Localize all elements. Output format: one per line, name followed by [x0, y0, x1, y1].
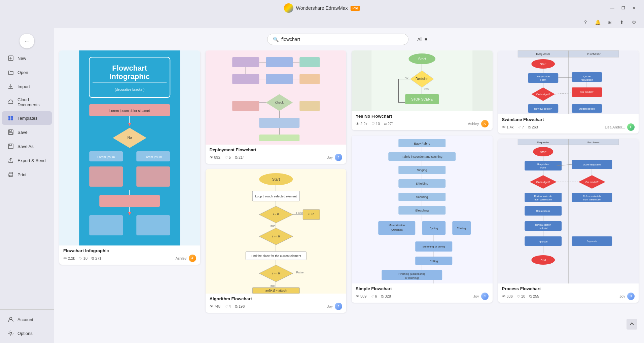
card-swimlane-flowchart[interactable]: Requester Purchaser Start Requisition Fo…: [498, 50, 639, 134]
search-box[interactable]: 🔍: [267, 34, 408, 45]
svg-rect-7: [8, 118, 10, 120]
svg-text:Start: Start: [272, 177, 280, 181]
svg-text:Singing: Singing: [417, 168, 427, 172]
card-info-process: Process Flowchart 👁 636 ♡ 10 ⧉ 255 Joy J: [498, 283, 639, 303]
svg-text:Dyeing: Dyeing: [430, 227, 438, 230]
svg-rect-179: [525, 161, 562, 170]
grid-column-1: Flowchart Infographic {decorative bracke…: [59, 50, 200, 338]
svg-text:from Warehouse: from Warehouse: [583, 198, 601, 201]
svg-rect-48: [299, 57, 320, 67]
svg-text:Approve: Approve: [539, 240, 547, 243]
card-image-simple: Easy Fabric Fabric inspection and stitch…: [352, 136, 493, 283]
sidebar-bottom: Account Options: [0, 309, 54, 340]
svg-rect-36: [136, 166, 170, 187]
card-deployment-flowchart[interactable]: Check Deployment Flowchart: [206, 50, 347, 164]
sidebar-item-saveas[interactable]: Save As: [2, 140, 52, 153]
svg-text:Requisition: Requisition: [536, 75, 550, 78]
title-bar: Wondershare EdrawMax Pro — ❐ ✕: [0, 0, 644, 16]
sidebar-item-options[interactable]: Options: [2, 327, 52, 340]
main-layout: ← New Open Import Cloud Documents: [0, 28, 644, 343]
minimize-button[interactable]: —: [608, 3, 617, 13]
pro-badge: Pro: [351, 6, 360, 11]
back-button[interactable]: ←: [20, 34, 34, 48]
card-flowchart-infographic[interactable]: Flowchart Infographic {decorative bracke…: [59, 50, 200, 265]
sidebar-account-label: Account: [17, 317, 33, 322]
save-icon: [7, 129, 14, 136]
svg-text:arr[j+1] = attach: arr[j+1] = attach: [265, 289, 286, 292]
svg-text:i++0: i++0: [308, 213, 314, 216]
filter-button[interactable]: All ≡: [414, 35, 431, 44]
author-avatar-simple: J: [481, 293, 489, 300]
help-icon[interactable]: ?: [581, 17, 590, 27]
filter-icon: ≡: [425, 37, 427, 42]
search-input[interactable]: [281, 37, 403, 42]
sidebar-item-save[interactable]: Save: [2, 125, 52, 139]
svg-text:Shielding: Shielding: [416, 182, 428, 185]
apps-icon[interactable]: ⊞: [605, 17, 614, 27]
svg-text:Purchaser: Purchaser: [587, 141, 600, 144]
copies-stat: ⧉ 271: [92, 256, 101, 261]
sidebar-item-open[interactable]: Open: [2, 66, 52, 79]
card-simple-flowchart[interactable]: Easy Fabric Fabric inspection and stitch…: [352, 136, 493, 303]
sidebar-item-account[interactable]: Account: [2, 313, 52, 326]
card-stats-deployment: 👁 892 ♡ 5 ⧉ 214 Joy J: [210, 154, 343, 161]
svg-rect-38: [99, 195, 160, 207]
svg-text:Quote requisition: Quote requisition: [583, 163, 601, 166]
share-icon[interactable]: ⬆: [617, 17, 627, 27]
sidebar-item-print[interactable]: Print: [2, 168, 52, 181]
card-author-simple: Joy J: [473, 293, 488, 300]
svg-rect-61: [299, 101, 320, 111]
grid-column-2: Check Deployment Flowchart: [206, 50, 347, 338]
svg-text:Yes: Yes: [424, 87, 429, 91]
card-algo-flowchart[interactable]: Start Loop through selected element i = …: [206, 169, 347, 313]
close-button[interactable]: ✕: [629, 3, 639, 13]
card-author-process: Joy J: [619, 293, 635, 300]
sidebar-open-label: Open: [17, 70, 28, 75]
author-avatar-algo: J: [335, 303, 342, 310]
svg-text:Form: Form: [540, 78, 546, 81]
card-stats-yesno: 👁 2.2k ♡ 10 ⧉ 271 Ashley A: [356, 120, 489, 127]
print-icon: [7, 171, 14, 178]
sidebar-print-label: Print: [17, 172, 27, 177]
card-info-yesno: Yes No Flowchart 👁 2.2k ♡ 10 ⧉ 271 Ashle…: [352, 111, 493, 130]
card-yes-no-flowchart[interactable]: Start Decision No Yes STOP SCENE: [352, 50, 493, 130]
svg-text:Check: Check: [275, 101, 284, 104]
toolbar-icons: ? 🔔 ⊞ ⬆ ⚙: [0, 16, 644, 28]
svg-text:requisition: requisition: [581, 78, 593, 81]
svg-point-18: [10, 332, 12, 334]
svg-text:Infographic: Infographic: [109, 72, 150, 81]
sidebar-item-cloud[interactable]: Cloud Documents: [2, 94, 52, 111]
sidebar-item-import[interactable]: Import: [2, 80, 52, 93]
svg-text:True: True: [269, 224, 275, 228]
sidebar-saveas-label: Save As: [17, 144, 34, 149]
sidebar-import-label: Import: [17, 84, 30, 89]
svg-rect-41: [89, 215, 123, 235]
card-image-flowchart-infographic: Flowchart Infographic {decorative bracke…: [59, 50, 200, 245]
sidebar-cloud-label: Cloud Documents: [17, 97, 46, 107]
card-process-flowchart[interactable]: Requester Purchaser Start Requisition Fo…: [498, 139, 639, 303]
sidebar-item-new[interactable]: New: [2, 51, 52, 65]
sidebar-templates-label: Templates: [17, 116, 37, 121]
svg-rect-11: [9, 132, 12, 134]
svg-rect-50: [232, 74, 259, 84]
svg-text:No: No: [128, 136, 132, 140]
notification-icon[interactable]: 🔔: [593, 17, 602, 27]
svg-text:Requisition: Requisition: [537, 163, 549, 166]
svg-rect-59: [232, 101, 259, 111]
maximize-button[interactable]: ❐: [618, 3, 628, 13]
card-image-swimlane: Requester Purchaser Start Requisition Fo…: [498, 50, 639, 114]
svg-text:Requester: Requester: [536, 52, 550, 56]
card-stats-swimlane: 👁 1.4k ♡ 7 ⧉ 263 Lisa Ander... L: [502, 123, 635, 131]
card-stats-process: 👁 636 ♡ 10 ⧉ 255 Joy J: [502, 293, 635, 300]
card-image-process: Requester Purchaser Start Requisition Fo…: [498, 139, 639, 283]
settings-icon[interactable]: ⚙: [629, 17, 639, 27]
app-name: Wondershare EdrawMax: [296, 5, 348, 11]
sidebar: ← New Open Import Cloud Documents: [0, 28, 54, 343]
sidebar-item-export[interactable]: Export & Send: [2, 154, 52, 167]
sidebar-item-templates[interactable]: Templates: [2, 111, 52, 125]
svg-text:STOP SCENE: STOP SCENE: [411, 98, 433, 101]
svg-text:End: End: [540, 259, 546, 262]
scroll-top-button[interactable]: [627, 319, 637, 330]
import-icon: [7, 83, 14, 90]
svg-text:False: False: [296, 271, 303, 274]
